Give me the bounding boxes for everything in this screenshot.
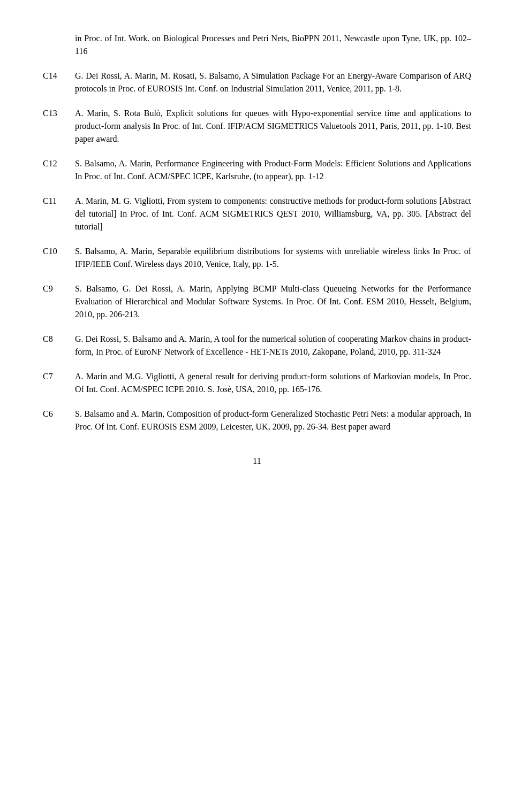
- ref-text: G. Dei Rossi, S. Balsamo and A. Marin, A…: [75, 333, 471, 358]
- ref-id: C10: [43, 245, 75, 271]
- ref-id: C11: [43, 195, 75, 233]
- reference-block: C7A. Marin and M.G. Vigliotti, A general…: [43, 370, 471, 396]
- reference-block: C14G. Dei Rossi, A. Marin, M. Rosati, S.…: [43, 70, 471, 95]
- reference-block: C13A. Marin, S. Rota Bulò, Explicit solu…: [43, 107, 471, 145]
- ref-id: C6: [43, 408, 75, 433]
- ref-text: A. Marin, M. G. Vigliotti, From system t…: [75, 195, 471, 233]
- ref-id: C9: [43, 282, 75, 321]
- header-continuation-text: in Proc. of Int. Work. on Biological Pro…: [75, 32, 471, 58]
- ref-text: S. Balsamo, A. Marin, Performance Engine…: [75, 157, 471, 183]
- reference-block: C12S. Balsamo, A. Marin, Performance Eng…: [43, 157, 471, 183]
- ref-id: C12: [43, 157, 75, 183]
- reference-block: C8G. Dei Rossi, S. Balsamo and A. Marin,…: [43, 333, 471, 358]
- ref-id: C14: [43, 70, 75, 95]
- reference-block: C6S. Balsamo and A. Marin, Composition o…: [43, 408, 471, 433]
- ref-text: S. Balsamo and A. Marin, Composition of …: [75, 408, 471, 433]
- reference-block: C10S. Balsamo, A. Marin, Separable equil…: [43, 245, 471, 271]
- ref-id: C7: [43, 370, 75, 396]
- ref-label-empty: [43, 32, 75, 58]
- reference-block: C9S. Balsamo, G. Dei Rossi, A. Marin, Ap…: [43, 282, 471, 321]
- reference-block: C11A. Marin, M. G. Vigliotti, From syste…: [43, 195, 471, 233]
- ref-text: A. Marin, S. Rota Bulò, Explicit solutio…: [75, 107, 471, 145]
- page-number: 11: [43, 455, 471, 468]
- ref-text: A. Marin and M.G. Vigliotti, A general r…: [75, 370, 471, 396]
- references-list: C14G. Dei Rossi, A. Marin, M. Rosati, S.…: [43, 70, 471, 433]
- ref-text: G. Dei Rossi, A. Marin, M. Rosati, S. Ba…: [75, 70, 471, 95]
- header-continuation: in Proc. of Int. Work. on Biological Pro…: [43, 32, 471, 58]
- ref-text: S. Balsamo, G. Dei Rossi, A. Marin, Appl…: [75, 282, 471, 321]
- ref-id: C8: [43, 333, 75, 358]
- ref-text: S. Balsamo, A. Marin, Separable equilibr…: [75, 245, 471, 271]
- ref-id: C13: [43, 107, 75, 145]
